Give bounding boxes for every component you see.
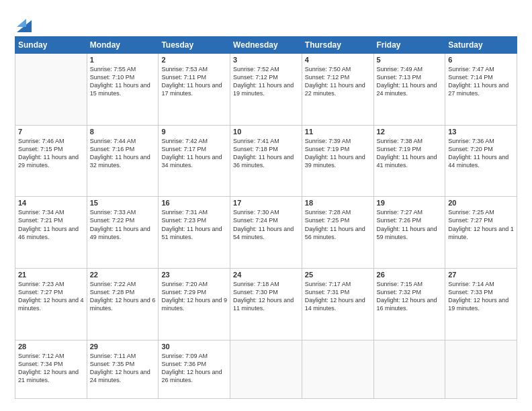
day-info: Sunrise: 7:15 AM Sunset: 7:32 PM Dayligh… [377, 280, 443, 313]
calendar-cell: 30Sunrise: 7:09 AM Sunset: 7:36 PM Dayli… [159, 340, 230, 398]
day-number: 7 [18, 128, 84, 136]
weekday-header-thursday: Thursday [302, 37, 373, 54]
day-info: Sunrise: 7:25 AM Sunset: 7:27 PM Dayligh… [448, 208, 514, 241]
week-row-2: 7Sunrise: 7:46 AM Sunset: 7:15 PM Daylig… [15, 125, 517, 197]
day-info: Sunrise: 7:30 AM Sunset: 7:24 PM Dayligh… [233, 208, 299, 241]
calendar-cell [230, 340, 302, 398]
day-info: Sunrise: 7:11 AM Sunset: 7:35 PM Dayligh… [90, 352, 156, 385]
day-info: Sunrise: 7:53 AM Sunset: 7:11 PM Dayligh… [161, 65, 227, 98]
calendar-cell: 10Sunrise: 7:41 AM Sunset: 7:18 PM Dayli… [230, 125, 302, 197]
day-info: Sunrise: 7:23 AM Sunset: 7:27 PM Dayligh… [18, 280, 84, 313]
week-row-5: 28Sunrise: 7:12 AM Sunset: 7:34 PM Dayli… [15, 340, 517, 398]
day-number: 30 [161, 342, 227, 351]
day-info: Sunrise: 7:17 AM Sunset: 7:31 PM Dayligh… [305, 280, 371, 313]
calendar-cell: 27Sunrise: 7:14 AM Sunset: 7:33 PM Dayli… [445, 269, 517, 340]
weekday-header-row: SundayMondayTuesdayWednesdayThursdayFrid… [15, 37, 517, 54]
calendar-cell: 13Sunrise: 7:36 AM Sunset: 7:20 PM Dayli… [445, 125, 517, 197]
weekday-header-saturday: Saturday [445, 37, 517, 54]
day-number: 21 [18, 271, 84, 279]
day-info: Sunrise: 7:09 AM Sunset: 7:36 PM Dayligh… [161, 352, 227, 385]
day-number: 1 [90, 56, 156, 64]
day-info: Sunrise: 7:50 AM Sunset: 7:12 PM Dayligh… [305, 65, 371, 98]
day-number: 23 [161, 271, 227, 279]
day-info: Sunrise: 7:22 AM Sunset: 7:28 PM Dayligh… [90, 280, 156, 313]
calendar-cell: 22Sunrise: 7:22 AM Sunset: 7:28 PM Dayli… [87, 269, 159, 340]
day-number: 15 [90, 199, 156, 207]
calendar-cell: 24Sunrise: 7:18 AM Sunset: 7:30 PM Dayli… [230, 269, 302, 340]
calendar-cell: 8Sunrise: 7:44 AM Sunset: 7:16 PM Daylig… [87, 125, 159, 197]
calendar-cell: 9Sunrise: 7:42 AM Sunset: 7:17 PM Daylig… [159, 125, 230, 197]
logo [15, 15, 32, 32]
calendar-cell [15, 54, 87, 126]
day-info: Sunrise: 7:33 AM Sunset: 7:22 PM Dayligh… [90, 208, 156, 241]
calendar-cell: 7Sunrise: 7:46 AM Sunset: 7:15 PM Daylig… [15, 125, 87, 197]
calendar-table: SundayMondayTuesdayWednesdayThursdayFrid… [15, 36, 517, 399]
calendar-cell: 3Sunrise: 7:52 AM Sunset: 7:12 PM Daylig… [230, 54, 302, 126]
calendar-cell: 15Sunrise: 7:33 AM Sunset: 7:22 PM Dayli… [87, 197, 159, 269]
day-number: 19 [377, 199, 443, 207]
calendar-cell: 16Sunrise: 7:31 AM Sunset: 7:23 PM Dayli… [159, 197, 230, 269]
day-number: 18 [305, 199, 371, 207]
day-number: 17 [233, 199, 299, 207]
day-number: 9 [161, 128, 227, 136]
day-number: 14 [18, 199, 84, 207]
calendar-cell: 18Sunrise: 7:28 AM Sunset: 7:25 PM Dayli… [302, 197, 373, 269]
day-number: 28 [18, 342, 84, 351]
day-info: Sunrise: 7:44 AM Sunset: 7:16 PM Dayligh… [90, 137, 156, 170]
day-info: Sunrise: 7:47 AM Sunset: 7:14 PM Dayligh… [448, 65, 514, 98]
header [15, 12, 517, 32]
calendar-cell: 29Sunrise: 7:11 AM Sunset: 7:35 PM Dayli… [87, 340, 159, 398]
day-number: 29 [90, 342, 156, 351]
day-number: 26 [377, 271, 443, 279]
calendar-cell: 5Sunrise: 7:49 AM Sunset: 7:13 PM Daylig… [373, 54, 445, 126]
day-info: Sunrise: 7:28 AM Sunset: 7:25 PM Dayligh… [305, 208, 371, 241]
day-info: Sunrise: 7:55 AM Sunset: 7:10 PM Dayligh… [90, 65, 156, 98]
day-number: 4 [305, 56, 371, 64]
day-number: 2 [161, 56, 227, 64]
day-number: 3 [233, 56, 299, 64]
day-info: Sunrise: 7:34 AM Sunset: 7:21 PM Dayligh… [18, 208, 84, 241]
day-info: Sunrise: 7:39 AM Sunset: 7:19 PM Dayligh… [305, 137, 371, 170]
page: SundayMondayTuesdayWednesdayThursdayFrid… [0, 0, 532, 411]
day-number: 11 [305, 128, 371, 136]
calendar-cell: 11Sunrise: 7:39 AM Sunset: 7:19 PM Dayli… [302, 125, 373, 197]
week-row-3: 14Sunrise: 7:34 AM Sunset: 7:21 PM Dayli… [15, 197, 517, 269]
day-number: 25 [305, 271, 371, 279]
day-info: Sunrise: 7:12 AM Sunset: 7:34 PM Dayligh… [18, 352, 84, 385]
day-number: 22 [90, 271, 156, 279]
calendar-cell: 28Sunrise: 7:12 AM Sunset: 7:34 PM Dayli… [15, 340, 87, 398]
weekday-header-friday: Friday [373, 37, 445, 54]
weekday-header-wednesday: Wednesday [230, 37, 302, 54]
calendar-cell: 23Sunrise: 7:20 AM Sunset: 7:29 PM Dayli… [159, 269, 230, 340]
week-row-1: 1Sunrise: 7:55 AM Sunset: 7:10 PM Daylig… [15, 54, 517, 126]
calendar-cell: 1Sunrise: 7:55 AM Sunset: 7:10 PM Daylig… [87, 54, 159, 126]
calendar-cell: 12Sunrise: 7:38 AM Sunset: 7:19 PM Dayli… [373, 125, 445, 197]
day-number: 13 [448, 128, 514, 136]
calendar-cell: 25Sunrise: 7:17 AM Sunset: 7:31 PM Dayli… [302, 269, 373, 340]
day-info: Sunrise: 7:52 AM Sunset: 7:12 PM Dayligh… [233, 65, 299, 98]
calendar-cell: 17Sunrise: 7:30 AM Sunset: 7:24 PM Dayli… [230, 197, 302, 269]
day-info: Sunrise: 7:27 AM Sunset: 7:26 PM Dayligh… [377, 208, 443, 241]
weekday-header-sunday: Sunday [15, 37, 87, 54]
weekday-header-monday: Monday [87, 37, 159, 54]
calendar-cell [445, 340, 517, 398]
calendar-cell: 6Sunrise: 7:47 AM Sunset: 7:14 PM Daylig… [445, 54, 517, 126]
day-number: 20 [448, 199, 514, 207]
day-info: Sunrise: 7:41 AM Sunset: 7:18 PM Dayligh… [233, 137, 299, 170]
day-number: 16 [161, 199, 227, 207]
day-info: Sunrise: 7:42 AM Sunset: 7:17 PM Dayligh… [161, 137, 227, 170]
calendar-cell: 2Sunrise: 7:53 AM Sunset: 7:11 PM Daylig… [159, 54, 230, 126]
day-number: 27 [448, 271, 514, 279]
logo-icon [17, 13, 32, 32]
day-number: 24 [233, 271, 299, 279]
day-info: Sunrise: 7:14 AM Sunset: 7:33 PM Dayligh… [448, 280, 514, 313]
day-info: Sunrise: 7:31 AM Sunset: 7:23 PM Dayligh… [161, 208, 227, 241]
day-info: Sunrise: 7:38 AM Sunset: 7:19 PM Dayligh… [377, 137, 443, 170]
week-row-4: 21Sunrise: 7:23 AM Sunset: 7:27 PM Dayli… [15, 269, 517, 340]
calendar-cell: 20Sunrise: 7:25 AM Sunset: 7:27 PM Dayli… [445, 197, 517, 269]
day-number: 12 [377, 128, 443, 136]
svg-marker-1 [17, 19, 26, 27]
calendar-cell: 26Sunrise: 7:15 AM Sunset: 7:32 PM Dayli… [373, 269, 445, 340]
day-info: Sunrise: 7:20 AM Sunset: 7:29 PM Dayligh… [161, 280, 227, 313]
day-number: 6 [448, 56, 514, 64]
